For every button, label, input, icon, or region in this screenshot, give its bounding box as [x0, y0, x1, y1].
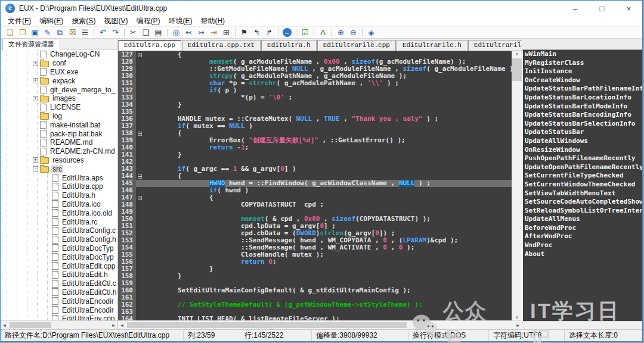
expand-icon[interactable]: +: [33, 61, 38, 66]
tree-item[interactable]: EditUltra.rc: [1, 217, 117, 226]
file-list-icon[interactable]: ☰: [79, 27, 91, 38]
tree-item[interactable]: EditUltraEnv.cpp: [1, 314, 117, 320]
open-file-icon[interactable]: ❐: [16, 27, 29, 38]
code-line[interactable]: 135: [118, 108, 512, 116]
symbol-item[interactable]: UpdateStatusBarEncodingInfo: [523, 111, 642, 120]
code-line[interactable]: 158 }: [118, 273, 512, 280]
code-line[interactable]: 144– {: [118, 173, 512, 180]
menu-item-V[interactable]: 视图(V): [100, 16, 132, 26]
code-line[interactable]: 145 HWND hwnd = ::FindWindow( g_acWindow…: [118, 180, 512, 187]
code-line[interactable]: 141 }: [118, 151, 512, 158]
code-line[interactable]: 143 if( g_argc == 1 && g_argv[0] ): [118, 166, 512, 173]
find-prev-icon[interactable]: ↢: [182, 27, 195, 38]
tree-item[interactable]: +images: [1, 94, 117, 103]
menu-item-P[interactable]: 编程(P): [132, 16, 164, 26]
symbol-item[interactable]: UpdateStatusBarPathFilenameInfo: [523, 85, 642, 93]
code-line[interactable]: 134 }: [118, 101, 512, 108]
fold-collapse-icon[interactable]: –: [138, 196, 142, 200]
code-line[interactable]: 139 ErrorBox( "创建互斥量失败[%d]" , ::GetLastE…: [118, 137, 512, 144]
code-line[interactable]: 162 // SetStyleThemeDefault( & (g_pstWin…: [118, 301, 512, 308]
symbol-item[interactable]: SetViewTabWidthMenuText: [523, 189, 642, 198]
menu-item-F[interactable]: 文件(F): [4, 16, 35, 26]
scroll-right-icon[interactable]: ▸: [110, 322, 117, 328]
symbol-item[interactable]: MyRegisterClass: [523, 59, 642, 68]
save-icon[interactable]: ▣: [29, 27, 41, 38]
symbol-item[interactable]: wWinMain: [523, 50, 642, 59]
symbol-item[interactable]: PushOpenPathFilenameRecently: [523, 154, 642, 163]
bookmark-icon[interactable]: ⚑: [238, 27, 250, 38]
code-line[interactable]: 138– {: [118, 130, 512, 137]
tree-item[interactable]: EditUltra.cpp: [1, 182, 117, 191]
zoom-in-icon[interactable]: ⊕: [335, 27, 347, 38]
tree-item[interactable]: log: [1, 112, 117, 121]
tree-item[interactable]: EditUltraEncodir: [1, 305, 117, 314]
code-line[interactable]: 140 return -1;: [118, 144, 512, 151]
tab-editultra-cpp[interactable]: EditUltra.cpp: [118, 40, 181, 51]
code-line[interactable]: 164 INIT_LIST_HEAD( & listRemoteFileServ…: [118, 316, 512, 320]
tree-item[interactable]: +resources: [1, 156, 117, 165]
close-button[interactable]: ×: [615, 1, 642, 16]
menu-item-E[interactable]: 编辑(E): [35, 16, 67, 26]
symbol-item[interactable]: SetCurrentFileTypeChecked: [523, 172, 642, 180]
tree-item[interactable]: -src: [1, 164, 117, 173]
symbol-item[interactable]: InitInstance: [523, 67, 642, 76]
code-line[interactable]: 142: [118, 158, 512, 166]
code-line[interactable]: 130 strcpy( g_acModulePathName , g_acMod…: [118, 73, 512, 80]
tree-item[interactable]: EditUltraEdit.h: [1, 270, 117, 279]
find-next-icon[interactable]: ↣: [195, 27, 208, 38]
navigate-back-icon[interactable]: ←: [283, 28, 292, 37]
scroll-up-icon[interactable]: ˄: [515, 51, 518, 57]
symbol-item[interactable]: UpdateStatusBarLocationInfo: [523, 93, 642, 102]
minimize-button[interactable]: –: [562, 1, 589, 16]
tree-item[interactable]: EditUltraConfig.h: [1, 235, 117, 244]
collapse-icon[interactable]: -: [33, 166, 38, 172]
code-line[interactable]: 149: [118, 208, 512, 216]
symbol-item[interactable]: About: [523, 250, 642, 259]
code-line[interactable]: 146 if( hwnd ): [118, 187, 512, 194]
tab-editultra-h[interactable]: EditUltra.h: [261, 40, 317, 51]
code-line[interactable]: 128 memset( g_acModuleFileName , 0x00 , …: [118, 58, 512, 66]
code-line[interactable]: 159: [118, 280, 512, 287]
code-line[interactable]: 157 }: [118, 266, 512, 273]
tree-item[interactable]: ChangeLog-CN: [1, 50, 117, 59]
code-line[interactable]: 156 return 0;: [118, 258, 512, 266]
tree-item[interactable]: README.md: [1, 138, 117, 147]
code-line[interactable]: 133 *(p) = '\0' ;: [118, 94, 512, 101]
symbol-item[interactable]: WndProc: [523, 241, 642, 250]
code-line[interactable]: 161: [118, 294, 512, 301]
scroll-right-icon[interactable]: ▸: [514, 322, 522, 328]
save-all-icon[interactable]: ⧉: [54, 27, 66, 38]
highlighting-icon[interactable]: A: [317, 27, 329, 38]
tree-item[interactable]: make-install.bat: [1, 120, 117, 129]
file-tree[interactable]: ChangeLog-CN+confEUX.exe+expackgit_deve_…: [1, 50, 117, 320]
scroll-down-icon[interactable]: ˅: [515, 314, 518, 320]
tree-item[interactable]: EditUltra.ico.old: [1, 208, 117, 217]
symbol-item[interactable]: OnResizeWindow: [523, 146, 642, 155]
prev-bookmark-icon[interactable]: ↰: [250, 27, 263, 38]
goto-line-icon[interactable]: ⇥: [208, 27, 220, 38]
scroll-left-icon[interactable]: ◂: [1, 322, 8, 328]
scroll-thumb[interactable]: [10, 322, 51, 328]
code-line[interactable]: 132 if( p ): [118, 87, 512, 94]
scroll-thumb[interactable]: [127, 322, 407, 328]
symbol-item[interactable]: UpdateStatusBar: [523, 128, 642, 137]
code-line[interactable]: 131 char *p = strrchr( g_acModulePathNam…: [118, 80, 512, 87]
tab-editultrafile-cpp[interactable]: EditUltraFile.cpp: [317, 40, 396, 51]
code-line[interactable]: 127– {: [118, 51, 512, 58]
tree-item[interactable]: LICENSE: [1, 103, 117, 112]
tree-item[interactable]: EUX.exe: [1, 68, 117, 77]
tree-item[interactable]: EditUltraEdit.cpp: [1, 261, 117, 270]
explorer-hscrollbar[interactable]: ◂ ▸: [1, 320, 117, 329]
tree-item[interactable]: git_deve_merge_to_: [1, 85, 117, 94]
tree-item[interactable]: EditUltra.aps: [1, 173, 117, 182]
code-line[interactable]: 152 cpd.cbData = (DWORD)strlen(g_argv[0]…: [118, 230, 512, 237]
symbol-item[interactable]: AfterWndProc: [523, 232, 642, 241]
find-icon[interactable]: ◎: [170, 27, 182, 38]
scroll-left-icon[interactable]: ◂: [118, 322, 126, 328]
tree-item[interactable]: EditUltraDocTyp: [1, 252, 117, 261]
code-line[interactable]: 160 SetEditUltraMainConfigDefault( & g_s…: [118, 287, 512, 294]
code-line[interactable]: 155 CloseHandle( mutex );: [118, 251, 512, 258]
code-editor[interactable]: 127– {128 memset( g_acModuleFileName , 0…: [118, 51, 512, 320]
tab-editultra-cpp-txt[interactable]: EditUltra.cpp.txt: [182, 40, 261, 51]
code-line[interactable]: 136 HANDLE mutex = ::CreateMutex( NULL ,…: [118, 116, 512, 123]
